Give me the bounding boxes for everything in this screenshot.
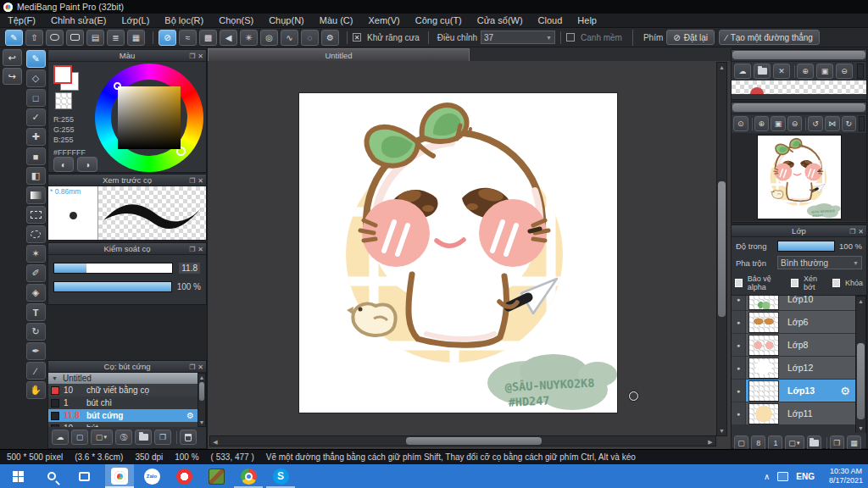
snap-tool-button[interactable]: ✓ (26, 108, 46, 126)
reference-zoom-out-button[interactable]: ⊖ (836, 64, 853, 79)
gear-icon[interactable]: ⚙ (840, 385, 850, 397)
palette-button[interactable]: ◐ (53, 157, 74, 172)
brush-group-header[interactable]: ▼ Untitled (48, 373, 198, 384)
layer-visibility-toggle[interactable]: ● (732, 334, 746, 356)
soft-corner-checkbox[interactable] (566, 33, 575, 42)
navigator-zoom-out-button[interactable]: ⊖ (787, 116, 803, 131)
close-icon[interactable]: ✕ (198, 363, 203, 371)
menu-color[interactable]: Màu (C) (312, 15, 361, 25)
brush-list-header[interactable]: Cọ: bút cứng ❐✕ (48, 361, 206, 373)
gear-icon[interactable]: ⚙ (186, 411, 194, 420)
brush-row[interactable]: 10 chữ viết bằng cọ (48, 384, 198, 396)
layer-visibility-toggle[interactable]: ● (732, 295, 746, 310)
reset-rotation-button[interactable]: ↻ (842, 116, 857, 131)
saturation-square[interactable] (118, 86, 181, 149)
game-taskbar-icon[interactable] (202, 464, 231, 488)
scroll-down-icon[interactable]: ▼ (198, 419, 205, 425)
sv-selector[interactable] (114, 82, 121, 90)
color-panel-header[interactable]: Màu ❐✕ (48, 50, 206, 62)
brush-control-header[interactable]: Kiểm soát cọ ❐✕ (48, 243, 206, 255)
document-button[interactable]: ▤ (86, 30, 104, 46)
layer-visibility-toggle[interactable]: ● (732, 311, 746, 333)
grid-doc-button[interactable]: ▦ (127, 30, 145, 46)
scroll-down-icon[interactable]: ▼ (717, 428, 726, 434)
scroll-left-icon[interactable]: ◀ (212, 439, 219, 446)
undo-button[interactable]: ↩ (3, 49, 22, 66)
search-button[interactable] (37, 464, 66, 488)
menu-filter[interactable]: Bộ lọc(R) (157, 15, 211, 25)
move-tool-button[interactable]: ✚ (26, 128, 46, 146)
marquee-tool-button[interactable] (26, 206, 46, 224)
hand-tool-button[interactable]: ✋ (26, 381, 46, 399)
reset-button[interactable]: ⊘ Đặt lại (666, 30, 715, 45)
popout-icon[interactable]: ❐ (189, 246, 195, 253)
reference-scrollbar[interactable] (857, 64, 864, 79)
export-button[interactable]: ⇧ (25, 30, 43, 46)
opera-taskbar-icon[interactable] (170, 464, 198, 488)
select-pen-tool-button[interactable]: ✐ (26, 264, 46, 282)
popout-icon[interactable]: ❐ (189, 177, 195, 185)
brush-list-scrollbar[interactable]: ▲ ▼ (198, 373, 206, 427)
snap-settings-button[interactable]: ⚙ (321, 30, 339, 46)
menu-help[interactable]: Help (570, 15, 604, 25)
scroll-up-icon[interactable]: ▲ (856, 298, 865, 304)
menu-cloud[interactable]: Cloud (531, 15, 570, 25)
navigator-fit-button[interactable]: ▣ (771, 116, 786, 131)
select-eraser-tool-button[interactable]: ◈ (26, 284, 46, 302)
layer-blend-dropdown[interactable]: Bình thường ▼ (777, 256, 862, 269)
start-button[interactable] (3, 464, 32, 488)
text-tool-button[interactable]: T (26, 303, 46, 321)
brush-tool-button[interactable]: ✎ (26, 50, 46, 68)
brush-opacity-slider[interactable] (53, 281, 172, 292)
canvas-tab[interactable]: Untitled (208, 48, 470, 61)
gradient-tool-button[interactable] (26, 186, 46, 204)
menu-view[interactable]: Xem(V) (360, 15, 407, 25)
layer-row[interactable]: ● Lớp8 (732, 334, 855, 357)
brush-preview-header[interactable]: Xem trước cọ ❐✕ (48, 175, 206, 186)
concentric-snap-button[interactable]: ◎ (260, 30, 278, 46)
reference-image-strip[interactable] (732, 80, 866, 94)
popout-icon[interactable]: ❐ (189, 53, 195, 60)
language-indicator[interactable]: ENG (796, 472, 815, 481)
flip-button[interactable]: ⋈ (825, 116, 840, 131)
script-brush-button[interactable]: Ⓢ (115, 430, 132, 445)
magic-wand-tool-button[interactable]: ✶ (26, 245, 46, 263)
list-button[interactable]: ≣ (107, 30, 125, 46)
foreground-color-swatch[interactable] (53, 65, 72, 84)
scroll-down-icon[interactable]: ▼ (856, 425, 865, 431)
upload-brush-button[interactable]: ☁ (52, 430, 69, 445)
layer-list-scrollbar[interactable]: ▲ ▼ (855, 296, 866, 433)
layer-visibility-toggle[interactable]: ● (732, 402, 746, 424)
menu-file[interactable]: Tệp(F) (0, 15, 43, 25)
rotate-ccw-button[interactable]: ↺ (808, 116, 823, 131)
layer-row[interactable]: ● Lớp10 (732, 295, 855, 311)
zalo-taskbar-icon[interactable]: Zalo (137, 464, 166, 488)
layer-row[interactable]: ● Lớp12 (732, 357, 855, 380)
skype-taskbar-icon[interactable]: S (266, 464, 295, 488)
reference-zoom-in-button[interactable]: ⊕ (797, 64, 814, 79)
task-view-button[interactable] (70, 464, 98, 488)
layer-opacity-slider[interactable] (777, 241, 835, 252)
clipping-checkbox[interactable] (791, 279, 798, 287)
shape-brush-tool-button[interactable]: □ (26, 89, 46, 107)
ellipse-snap-button[interactable]: ◌ (301, 30, 319, 46)
tray-app-icon[interactable] (777, 472, 788, 481)
lock-checkbox[interactable] (832, 279, 840, 287)
open-reference-button[interactable] (754, 64, 771, 79)
popout-icon[interactable]: ❐ (189, 363, 195, 371)
lasso-tool-button[interactable] (26, 225, 46, 243)
menu-window[interactable]: Cửa sổ(W) (470, 15, 531, 25)
medibang-taskbar-icon[interactable] (105, 464, 134, 488)
layer-header[interactable]: Lớp ❐✕ (732, 225, 866, 237)
close-icon[interactable]: ✕ (198, 246, 203, 253)
canvas-artwork[interactable] (299, 93, 617, 413)
no-correction-button[interactable]: ⊘ (159, 30, 176, 46)
brush-row-selected[interactable]: 11.8 bút cứng ⚙ (48, 409, 198, 422)
menu-select[interactable]: Chọn(S) (211, 15, 261, 25)
layer-row[interactable]: ● Lớp11 (732, 402, 855, 425)
scroll-up-icon[interactable]: ▲ (717, 64, 726, 70)
curve-snap-button[interactable]: ∿ (281, 30, 298, 46)
scroll-right-icon[interactable]: ▶ (707, 439, 714, 446)
menu-layer[interactable]: Lớp(L) (114, 15, 157, 25)
navigator-viewport[interactable] (732, 133, 866, 221)
